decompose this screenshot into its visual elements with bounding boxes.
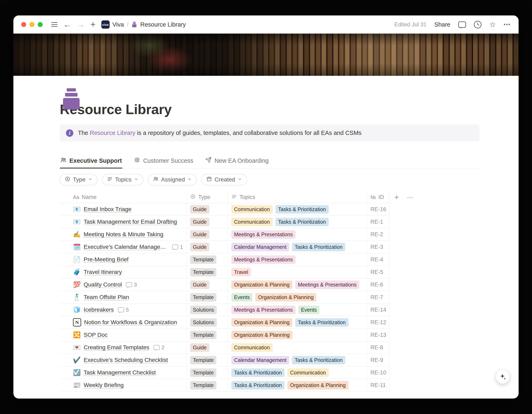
row-topics-cell[interactable]: Meetings & Presentations [228, 253, 367, 266]
row-type-cell[interactable]: Template [186, 379, 228, 391]
page-link[interactable]: Executive’s Calendar Management [84, 244, 168, 250]
comment-count[interactable]: 3 [126, 282, 137, 288]
comment-count[interactable]: 5 [118, 307, 129, 313]
row-name-cell[interactable]: 🗓️Executive’s Calendar Management1 [60, 241, 186, 253]
cover-image-bookshelf[interactable] [13, 34, 519, 76]
row-topics-cell[interactable]: CommunicationTasks & Prioritization [228, 203, 367, 216]
close-button[interactable] [21, 22, 26, 27]
row-name-cell[interactable]: 🧊Icebreakers5 [60, 304, 186, 316]
row-type-cell[interactable]: Template [186, 354, 228, 366]
table-row[interactable]: 📰Weekly BriefingTemplateTasks & Prioriti… [60, 379, 390, 392]
page-link[interactable]: SOP Doc [84, 332, 108, 338]
row-topics-cell[interactable]: Organization & PlanningMeetings & Presen… [228, 278, 367, 291]
page-link[interactable]: Email Inbox Triage [84, 206, 132, 213]
table-row[interactable]: 📄Pre-Meeting BriefTemplateMeetings & Pre… [60, 253, 390, 266]
row-type-cell[interactable]: Solutions [186, 304, 228, 316]
row-topics-cell[interactable]: Travel [228, 266, 367, 278]
tab-executive-support[interactable]: Executive Support [60, 154, 122, 168]
row-name-cell[interactable]: 💯Quality Control3 [60, 278, 186, 291]
row-topics-cell[interactable]: Organization & Planning [228, 329, 367, 341]
workspace-icon[interactable]: viva [101, 20, 110, 29]
table-row[interactable]: 🕺Team Offsite PlanTemplateEventsOrganiza… [60, 291, 390, 304]
filter-topics[interactable]: Topics [102, 174, 143, 185]
forward-icon[interactable]: → [77, 21, 85, 28]
page-link[interactable]: Creating Email Templates [84, 344, 149, 351]
row-name-cell[interactable]: ✔️Executive’s Scheduling Checklist [60, 354, 186, 366]
row-type-cell[interactable]: Guide [186, 278, 228, 291]
filter-assigned[interactable]: Assigned [148, 174, 197, 185]
table-row[interactable]: 🔀SOP DocTemplateOrganization & PlanningR… [60, 329, 390, 341]
row-name-cell[interactable]: 📰Weekly Briefing [60, 379, 186, 391]
filter-created[interactable]: Created [201, 174, 247, 185]
page-title[interactable]: Resource Library [60, 102, 479, 117]
share-button[interactable]: Share [434, 21, 450, 28]
row-type-cell[interactable]: Solutions [186, 316, 228, 329]
table-row[interactable]: 🧊Icebreakers5SolutionsMeetings & Present… [60, 304, 390, 316]
row-topics-cell[interactable]: Calendar ManagementTasks & Prioritizatio… [228, 354, 367, 366]
page-link[interactable]: Team Offsite Plan [84, 294, 129, 301]
page-link[interactable]: Weekly Briefing [84, 382, 124, 388]
page-link[interactable]: Travel Itinerary [84, 269, 122, 275]
page-link[interactable]: Task Management Checklist [84, 369, 156, 376]
column-header-id[interactable]: № ID [367, 192, 390, 203]
sidebar-toggle-icon[interactable] [51, 22, 57, 27]
page-link[interactable]: Notion for Workflows & Organization [84, 319, 177, 326]
row-type-cell[interactable]: Template [186, 291, 228, 303]
column-header-type[interactable]: Type [186, 192, 228, 203]
row-topics-cell[interactable]: Meetings & PresentationsEvents [228, 304, 367, 316]
filter-type[interactable]: Type [60, 174, 97, 185]
breadcrumb-workspace[interactable]: Viva [113, 21, 124, 28]
row-topics-cell[interactable]: Tasks & PrioritizationOrganization & Pla… [228, 379, 367, 391]
add-property-button[interactable]: + [390, 192, 404, 203]
table-row[interactable]: ✔️Executive’s Scheduling ChecklistTempla… [60, 354, 390, 367]
back-icon[interactable]: ← [63, 21, 71, 28]
table-row[interactable]: 🗓️Executive’s Calendar Management1GuideC… [60, 241, 390, 253]
page-link[interactable]: Meeting Notes & Minute Taking [84, 231, 163, 238]
page-link[interactable]: Icebreakers [84, 307, 114, 313]
row-name-cell[interactable]: 💌Creating Email Templates2 [60, 341, 186, 354]
table-row[interactable]: NNotion for Workflows & OrganizationSolu… [60, 316, 390, 329]
more-options-icon[interactable]: ••• [504, 22, 511, 27]
table-options-button[interactable]: ⋯ [404, 192, 416, 203]
row-type-cell[interactable]: Guide [186, 241, 228, 253]
row-name-cell[interactable]: 🔀SOP Doc [60, 329, 186, 341]
row-name-cell[interactable]: 📧Task Management for Email Drafting [60, 216, 186, 228]
page-link[interactable]: Task Management for Email Drafting [84, 218, 177, 225]
page-link[interactable]: Pre-Meeting Brief [84, 256, 129, 263]
table-row[interactable]: 💌Creating Email Templates2GuideCommunica… [60, 341, 390, 354]
resource-library-link[interactable]: Resource Library [90, 130, 135, 136]
row-name-cell[interactable]: ☑️Task Management Checklist [60, 367, 186, 379]
column-header-name[interactable]: Aa Name [60, 192, 186, 203]
row-topics-cell[interactable]: EventsOrganization & Planning [228, 291, 367, 303]
row-name-cell[interactable]: 📧Email Inbox Triage [60, 203, 186, 216]
new-page-icon[interactable]: + [90, 20, 95, 29]
column-header-topics[interactable]: Topics [228, 192, 367, 203]
table-row[interactable]: 💯Quality Control3GuideOrganization & Pla… [60, 278, 390, 291]
history-icon[interactable] [474, 21, 482, 28]
row-topics-cell[interactable]: CommunicationTasks & Prioritization [228, 216, 367, 228]
minimize-button[interactable] [29, 22, 34, 27]
row-topics-cell[interactable]: Meetings & Presentations [228, 228, 367, 241]
page-link[interactable]: Quality Control [84, 281, 122, 288]
table-row[interactable]: 📧Task Management for Email DraftingGuide… [60, 216, 390, 228]
row-type-cell[interactable]: Template [186, 266, 228, 278]
row-name-cell[interactable]: NNotion for Workflows & Organization [60, 316, 186, 329]
row-type-cell[interactable]: Template [186, 329, 228, 341]
page-link[interactable]: Executive’s Scheduling Checklist [84, 357, 168, 363]
row-type-cell[interactable]: Guide [186, 203, 228, 216]
favorite-star-icon[interactable]: ☆ [489, 21, 496, 28]
row-topics-cell[interactable]: Organization & PlanningTasks & Prioritiz… [228, 316, 367, 329]
fullscreen-button[interactable] [38, 22, 43, 27]
row-topics-cell[interactable]: Communication [228, 341, 367, 354]
row-name-cell[interactable]: ✍️Meeting Notes & Minute Taking [60, 228, 186, 241]
table-row[interactable]: ✍️Meeting Notes & Minute TakingGuideMeet… [60, 228, 390, 241]
row-topics-cell[interactable]: Calendar ManagementTasks & Prioritizatio… [228, 241, 367, 253]
table-row[interactable]: 🧳Travel ItineraryTemplateTravelRE-5 [60, 266, 390, 278]
row-type-cell[interactable]: Guide [186, 341, 228, 354]
ai-assistant-button[interactable] [496, 370, 510, 384]
breadcrumb-page[interactable]: Resource Library [140, 21, 186, 28]
row-name-cell[interactable]: 🕺Team Offsite Plan [60, 291, 186, 303]
row-topics-cell[interactable]: Tasks & PrioritizationCommunication [228, 367, 367, 379]
table-row[interactable]: ☑️Task Management ChecklistTemplateTasks… [60, 367, 390, 379]
comment-count[interactable]: 2 [153, 345, 164, 351]
